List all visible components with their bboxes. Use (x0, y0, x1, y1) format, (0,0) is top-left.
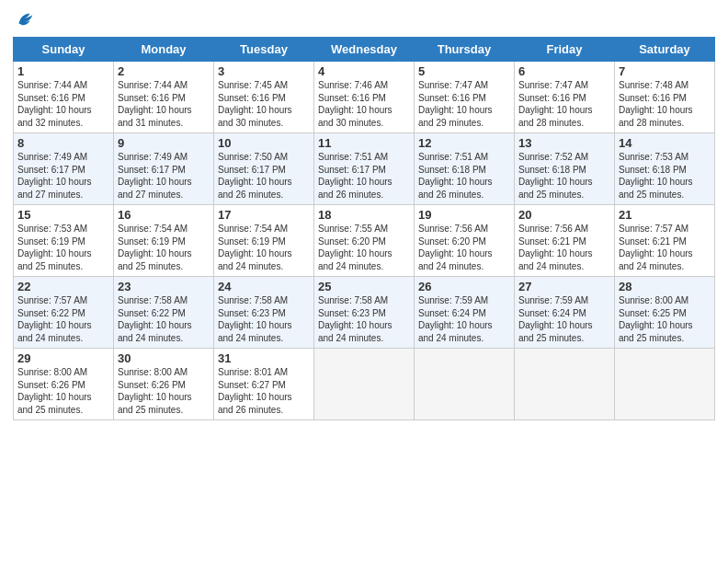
week-row-1: 1Sunrise: 7:44 AM Sunset: 6:16 PM Daylig… (14, 62, 715, 133)
calendar-empty (615, 349, 715, 420)
calendar-day-31: 31Sunrise: 8:01 AM Sunset: 6:27 PM Dayli… (214, 349, 314, 420)
calendar-day-3: 3Sunrise: 7:45 AM Sunset: 6:16 PM Daylig… (214, 62, 314, 133)
calendar-day-21: 21Sunrise: 7:57 AM Sunset: 6:21 PM Dayli… (615, 205, 715, 277)
calendar-day-15: 15Sunrise: 7:53 AM Sunset: 6:19 PM Dayli… (14, 205, 114, 277)
page-container: SundayMondayTuesdayWednesdayThursdayFrid… (0, 0, 728, 430)
calendar-day-22: 22Sunrise: 7:57 AM Sunset: 6:22 PM Dayli… (14, 277, 114, 349)
calendar-day-20: 20Sunrise: 7:56 AM Sunset: 6:21 PM Dayli… (515, 205, 615, 277)
header (13, 9, 715, 29)
calendar-day-7: 7Sunrise: 7:48 AM Sunset: 6:16 PM Daylig… (615, 62, 715, 133)
calendar-day-2: 2Sunrise: 7:44 AM Sunset: 6:16 PM Daylig… (114, 62, 214, 133)
calendar-day-9: 9Sunrise: 7:49 AM Sunset: 6:17 PM Daylig… (114, 133, 214, 205)
col-header-friday: Friday (515, 38, 615, 62)
calendar-day-5: 5Sunrise: 7:47 AM Sunset: 6:16 PM Daylig… (415, 62, 515, 133)
logo-bird-icon (15, 9, 35, 29)
col-header-saturday: Saturday (615, 38, 715, 62)
col-header-thursday: Thursday (415, 38, 515, 62)
week-row-3: 15Sunrise: 7:53 AM Sunset: 6:19 PM Dayli… (14, 205, 715, 277)
calendar-day-29: 29Sunrise: 8:00 AM Sunset: 6:26 PM Dayli… (14, 349, 114, 420)
calendar-day-16: 16Sunrise: 7:54 AM Sunset: 6:19 PM Dayli… (114, 205, 214, 277)
calendar-day-28: 28Sunrise: 8:00 AM Sunset: 6:25 PM Dayli… (615, 277, 715, 349)
calendar-header-row: SundayMondayTuesdayWednesdayThursdayFrid… (14, 38, 715, 62)
calendar-day-12: 12Sunrise: 7:51 AM Sunset: 6:18 PM Dayli… (415, 133, 515, 205)
calendar-day-10: 10Sunrise: 7:50 AM Sunset: 6:17 PM Dayli… (214, 133, 314, 205)
calendar-day-14: 14Sunrise: 7:53 AM Sunset: 6:18 PM Dayli… (615, 133, 715, 205)
col-header-sunday: Sunday (14, 38, 114, 62)
calendar-day-24: 24Sunrise: 7:58 AM Sunset: 6:23 PM Dayli… (214, 277, 314, 349)
calendar-day-23: 23Sunrise: 7:58 AM Sunset: 6:22 PM Dayli… (114, 277, 214, 349)
calendar-day-19: 19Sunrise: 7:56 AM Sunset: 6:20 PM Dayli… (415, 205, 515, 277)
col-header-wednesday: Wednesday (314, 38, 415, 62)
calendar-empty (515, 349, 615, 420)
calendar-day-30: 30Sunrise: 8:00 AM Sunset: 6:26 PM Dayli… (114, 349, 214, 420)
calendar-day-6: 6Sunrise: 7:47 AM Sunset: 6:16 PM Daylig… (515, 62, 615, 133)
calendar-day-17: 17Sunrise: 7:54 AM Sunset: 6:19 PM Dayli… (214, 205, 314, 277)
calendar-day-8: 8Sunrise: 7:49 AM Sunset: 6:17 PM Daylig… (14, 133, 114, 205)
col-header-tuesday: Tuesday (214, 38, 314, 62)
calendar-day-25: 25Sunrise: 7:58 AM Sunset: 6:23 PM Dayli… (314, 277, 415, 349)
calendar-day-18: 18Sunrise: 7:55 AM Sunset: 6:20 PM Dayli… (314, 205, 415, 277)
calendar-empty (314, 349, 415, 420)
calendar-day-11: 11Sunrise: 7:51 AM Sunset: 6:17 PM Dayli… (314, 133, 415, 205)
calendar-day-13: 13Sunrise: 7:52 AM Sunset: 6:18 PM Dayli… (515, 133, 615, 205)
week-row-4: 22Sunrise: 7:57 AM Sunset: 6:22 PM Dayli… (14, 277, 715, 349)
calendar-day-4: 4Sunrise: 7:46 AM Sunset: 6:16 PM Daylig… (314, 62, 415, 133)
calendar-table: SundayMondayTuesdayWednesdayThursdayFrid… (13, 37, 715, 420)
calendar-day-1: 1Sunrise: 7:44 AM Sunset: 6:16 PM Daylig… (14, 62, 114, 133)
calendar-empty (415, 349, 515, 420)
week-row-5: 29Sunrise: 8:00 AM Sunset: 6:26 PM Dayli… (14, 349, 715, 420)
week-row-2: 8Sunrise: 7:49 AM Sunset: 6:17 PM Daylig… (14, 133, 715, 205)
col-header-monday: Monday (114, 38, 214, 62)
logo (13, 13, 35, 29)
calendar-day-27: 27Sunrise: 7:59 AM Sunset: 6:24 PM Dayli… (515, 277, 615, 349)
calendar-day-26: 26Sunrise: 7:59 AM Sunset: 6:24 PM Dayli… (415, 277, 515, 349)
logo-text (13, 13, 35, 29)
